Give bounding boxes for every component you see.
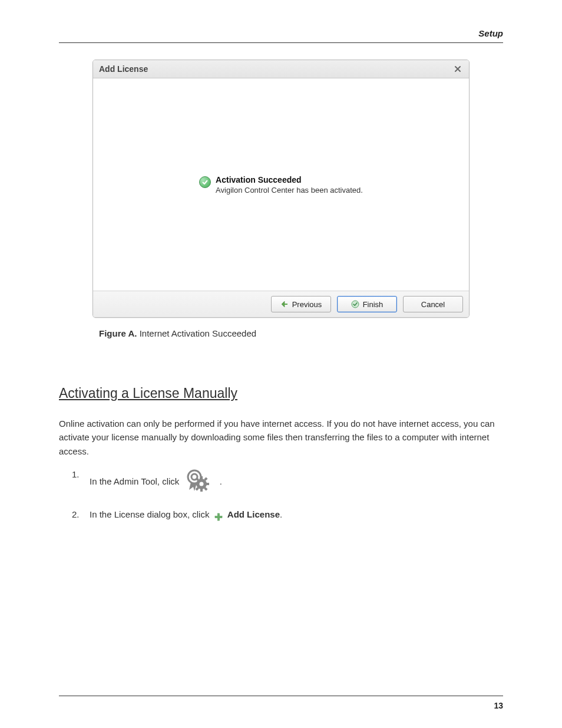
footer-divider <box>59 696 503 696</box>
activation-success-message: Activation Succeeded Avigilon Control Ce… <box>199 175 363 195</box>
success-check-icon <box>199 176 211 188</box>
list-item: In the License dialog box, click Add Lic… <box>78 508 503 522</box>
section-title: Activating a License Manually <box>59 386 503 401</box>
svg-rect-6 <box>200 476 203 479</box>
svg-point-1 <box>352 301 359 308</box>
finish-button-label: Finish <box>363 300 384 309</box>
svg-rect-7 <box>200 489 203 492</box>
close-icon[interactable] <box>452 64 463 74</box>
svg-point-5 <box>200 482 204 486</box>
page-number: 13 <box>494 701 503 710</box>
previous-button-label: Previous <box>292 300 322 309</box>
step2-text-b: Add License <box>227 509 280 519</box>
figure-caption: Figure A. Internet Activation Succeeded <box>99 328 503 338</box>
success-heading: Activation Succeeded <box>216 175 363 185</box>
step2-text-c: . <box>280 509 282 519</box>
settings-gear-badge-icon <box>184 467 214 497</box>
step2-text-a: In the License dialog box, click <box>90 509 209 519</box>
step1-text-a: In the Admin Tool, click <box>90 476 179 486</box>
list-item: In the Admin Tool, click <box>78 467 503 497</box>
figure-label: Figure A. <box>99 328 137 338</box>
previous-button[interactable]: Previous <box>271 296 331 312</box>
success-subtitle: Avigilon Control Center has been activat… <box>216 186 363 195</box>
svg-rect-0 <box>284 304 287 305</box>
add-license-dialog: Add License Activation Succeeded Avigilo… <box>92 60 470 318</box>
dialog-titlebar: Add License <box>93 60 469 78</box>
arrow-left-icon <box>280 301 289 308</box>
svg-rect-15 <box>215 516 222 518</box>
svg-rect-8 <box>194 483 197 485</box>
figure-caption-text: Internet Activation Succeeded <box>140 328 256 338</box>
intro-paragraph: Online activation can only be performed … <box>59 417 503 458</box>
dialog-title: Add License <box>99 64 148 74</box>
plus-icon <box>214 511 223 519</box>
svg-rect-9 <box>206 483 209 485</box>
cancel-button[interactable]: Cancel <box>403 296 463 312</box>
check-circle-icon <box>351 300 359 308</box>
step1-text-b: . <box>220 476 222 486</box>
finish-button[interactable]: Finish <box>337 296 397 312</box>
cancel-button-label: Cancel <box>421 300 445 309</box>
header-section-label: Setup <box>478 28 503 38</box>
